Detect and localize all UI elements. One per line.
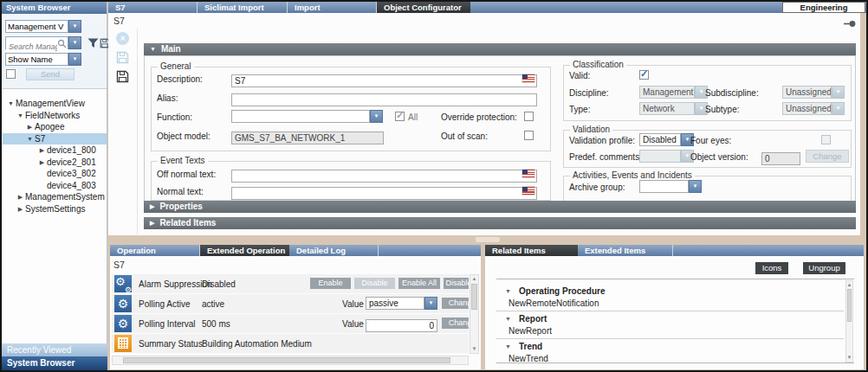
chevron-down-icon[interactable]: ▼ [68, 36, 81, 49]
us-flag-icon[interactable] [522, 74, 534, 82]
tree-expander-icon[interactable]: ▼ [25, 133, 35, 145]
chevron-down-icon[interactable]: ▼ [68, 20, 81, 33]
tree-expander-icon[interactable]: ▼ [16, 110, 25, 122]
vertical-scrollbar[interactable]: ▲▼ [845, 280, 853, 362]
group-collapse-icon[interactable]: ▼ [505, 343, 511, 350]
related-item[interactable]: NewReport [508, 326, 552, 336]
out-of-scan-checkbox[interactable] [524, 131, 534, 140]
main-section-header[interactable]: ▼Main [144, 43, 856, 55]
view-selector[interactable]: Management V ▼ [5, 20, 81, 33]
display-mode-selector[interactable]: Show Name ▼ [5, 53, 81, 66]
alias-input[interactable] [231, 93, 537, 106]
general-group: General Description: Alias: Function: ▼ [151, 67, 551, 151]
subtype-dropdown[interactable]: Unassigned ▼ [782, 102, 845, 115]
chevron-down-icon[interactable]: ▼ [832, 102, 845, 115]
polling-interval-field[interactable] [366, 317, 437, 330]
tree-expander-icon[interactable]: ▶ [37, 157, 47, 169]
tree-expander-icon[interactable]: ▶ [16, 191, 25, 203]
system-browser-bar[interactable]: System Browser [2, 356, 107, 370]
tab-s7[interactable]: S7 [108, 2, 198, 13]
tab-related-items[interactable]: Related Items [485, 245, 578, 256]
chevron-down-icon[interactable]: ▼ [68, 53, 81, 66]
tree-item-device1[interactable]: ▶device1_800 [3, 144, 107, 157]
send-button[interactable]: Send [26, 68, 74, 80]
ungroup-button[interactable]: Ungroup [803, 262, 845, 274]
discipline-dropdown[interactable]: Management Sys ▼ [639, 86, 708, 99]
normal-text-input[interactable] [231, 187, 537, 200]
tree-item-managementview[interactable]: ▼ManagementView [3, 98, 107, 110]
group-collapse-icon[interactable]: ▼ [505, 316, 511, 322]
alias-field[interactable] [231, 91, 537, 104]
polling-active-dropdown[interactable]: passive ▼ [366, 297, 437, 310]
splitter-handle[interactable] [476, 237, 500, 242]
normal-text-field[interactable] [231, 184, 537, 197]
pin-icon[interactable] [844, 20, 856, 28]
tab-extended-operation[interactable]: Extended Operation [200, 245, 289, 256]
recently-viewed-bar[interactable]: Recently Viewed [2, 343, 107, 356]
us-flag-icon[interactable] [522, 170, 534, 177]
tree-item-device4[interactable]: device4_803 [3, 180, 107, 192]
chevron-down-icon[interactable]: ▼ [689, 180, 702, 193]
tab-import[interactable]: Import [288, 2, 377, 13]
save-as-icon[interactable] [116, 70, 129, 83]
function-dropdown[interactable]: ▼ [231, 110, 383, 123]
change-button[interactable]: Change [442, 317, 469, 329]
enable-all-button[interactable]: Enable All [398, 278, 440, 289]
tree-item-managementsystem[interactable]: ▶ManagementSystem [3, 191, 107, 203]
icons-button[interactable]: Icons [755, 262, 788, 274]
off-normal-text-field[interactable] [231, 167, 537, 180]
tree-item-fieldnetworks[interactable]: ▼FieldNetworks [3, 110, 107, 122]
close-icon[interactable]: ✕ [116, 32, 129, 45]
expand-arrow-icon: ▶ [150, 220, 154, 226]
tree-item-device3[interactable]: device3_802 [3, 168, 107, 180]
subdiscipline-dropdown[interactable]: Unassigned ▼ [782, 86, 845, 99]
related-items-section-header[interactable]: ▶Related Items [144, 217, 856, 229]
tree-expander-icon[interactable]: ▶ [16, 203, 25, 215]
type-dropdown[interactable]: Network ▼ [639, 102, 708, 115]
description-input[interactable] [231, 74, 537, 87]
object-model-value [231, 131, 384, 144]
gear-icon: ⚙ [114, 295, 132, 312]
change-button[interactable]: Change [442, 298, 469, 309]
disable-button[interactable]: Disable [354, 278, 395, 289]
tree-expander-icon[interactable]: ▼ [6, 98, 16, 110]
tree-item-systemsettings[interactable]: ▶SystemSettings [3, 203, 107, 215]
tab-object-configurator[interactable]: Object Configurator [377, 2, 470, 13]
all-checkbox[interactable] [395, 112, 405, 121]
tree-expander-icon[interactable]: ▶ [25, 121, 35, 133]
validation-profile-dropdown[interactable]: Disabled ▼ [639, 133, 694, 146]
related-item[interactable]: NewTrend [508, 354, 548, 363]
off-normal-text-input[interactable] [231, 170, 537, 183]
tree-item-s7-selected[interactable]: ▼S7 [3, 133, 107, 145]
chevron-down-icon[interactable]: ▼ [424, 297, 437, 310]
send-checkbox[interactable] [6, 69, 16, 79]
override-protection-checkbox[interactable] [524, 112, 534, 121]
valid-checkbox[interactable] [639, 70, 649, 80]
disable-all-button[interactable]: Disable All [444, 278, 469, 289]
tab-detailed-log[interactable]: Detailed Log [289, 245, 379, 256]
save-icon[interactable] [116, 51, 129, 64]
gear-icon: ⚙ [114, 315, 132, 332]
enable-button[interactable]: Enable [310, 278, 351, 289]
us-flag-icon[interactable] [522, 187, 534, 195]
filter-icon[interactable] [87, 38, 99, 48]
tree-item-device2[interactable]: ▶device2_801 [3, 157, 107, 169]
search-combo[interactable]: ▼ [5, 36, 81, 49]
chevron-down-icon[interactable]: ▼ [832, 86, 845, 99]
description-field[interactable] [231, 72, 537, 85]
search-icon [57, 39, 67, 48]
tab-operation[interactable]: Operation [110, 245, 200, 256]
tab-extended-items[interactable]: Extended Items [578, 245, 673, 256]
chevron-down-icon[interactable]: ▼ [370, 110, 383, 123]
horizontal-scrollbar[interactable] [112, 356, 469, 365]
properties-section-header[interactable]: ▶Properties [144, 201, 856, 213]
group-collapse-icon[interactable]: ▼ [505, 288, 511, 294]
archive-group-dropdown[interactable]: ▼ [639, 180, 702, 193]
vertical-scrollbar[interactable]: ▲▼ [470, 274, 479, 354]
related-item[interactable]: NewRemoteNotification [508, 298, 599, 308]
engineering-mode-button[interactable]: Engineering [782, 2, 865, 13]
tab-siclimat-import[interactable]: Siclimat Import [198, 2, 288, 13]
polling-interval-input[interactable] [366, 319, 437, 332]
tree-expander-icon[interactable]: ▶ [37, 144, 47, 157]
tree-item-apogee[interactable]: ▶Apogee [3, 121, 107, 133]
